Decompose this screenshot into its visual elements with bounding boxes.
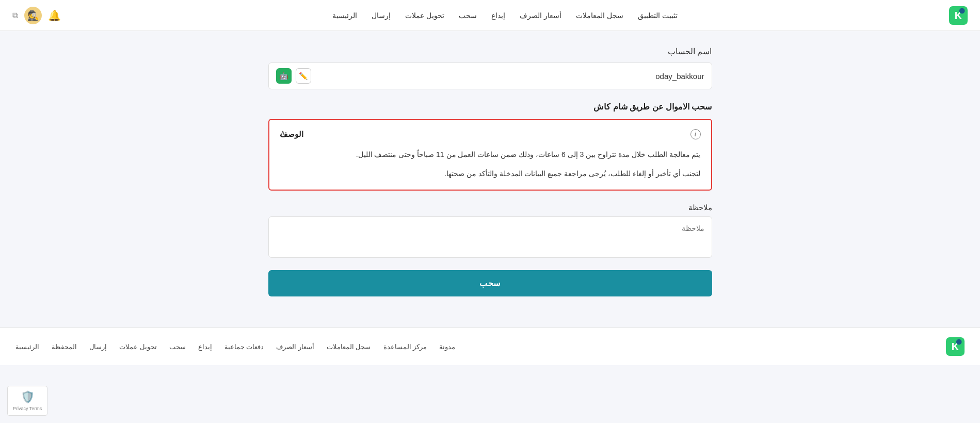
svg-point-5 [956,339,962,345]
footer-link-history[interactable]: سجل المعاملات [327,343,371,351]
avatar[interactable]: 🕵️ [24,7,42,24]
recaptcha-badge: 🛡️ Privacy Terms [7,386,47,416]
note-label: ملاحظة [268,203,712,212]
nav-send[interactable]: إرسال [372,11,391,20]
nav-withdraw[interactable]: سحب [459,11,477,20]
nav-home[interactable]: الرئيسية [332,11,357,20]
footer-link-convert[interactable]: تحويل عملات [119,343,157,351]
edit-icon-button[interactable]: ✏️ [296,68,311,84]
description-line2: لتجنب أي تأخير أو إلغاء للطلب، يُرجى مرا… [280,167,701,181]
footer-logo-icon: K [946,337,965,356]
nav-install[interactable]: تثبيت التطبيق [638,11,678,20]
description-box: ∧ i الوصف يتم معالجة الطلب خلال مدة تترا… [268,119,712,191]
chevron-up-icon[interactable]: ∧ [280,128,286,138]
nav-history[interactable]: سجل المعاملات [576,11,623,20]
info-icon[interactable]: i [690,129,701,139]
footer-logo: K [946,337,965,356]
account-value: oday_bakkour [655,72,704,81]
footer-link-withdraw[interactable]: سحب [169,343,186,351]
description-text: يتم معالجة الطلب خلال مدة تتراوح بين 3 إ… [280,148,701,180]
recaptcha-logo: 🛡️ [21,390,35,404]
nav-convert[interactable]: تحويل عملات [405,11,444,20]
footer-link-deposit[interactable]: إيداع [198,343,212,351]
note-input[interactable] [268,216,712,258]
description-line1: يتم معالجة الطلب خلال مدة تتراوح بين 3 إ… [280,148,701,162]
footer-link-rates[interactable]: أسعار الصرف [276,343,314,351]
logo-icon: K [949,6,968,25]
recaptcha-privacy-link[interactable]: Privacy [13,406,28,411]
account-icons: ✏️ 🤖 [276,68,311,84]
footer-link-send[interactable]: إرسال [89,343,107,351]
bell-icon[interactable]: 🔔 [48,9,61,22]
header-user-area: 🔔 🕵️ ⧉ [12,7,61,24]
header-nav: تثبيت التطبيق سجل المعاملات أسعار الصرف … [332,11,678,20]
account-name-row: oday_bakkour ✏️ 🤖 [268,62,712,89]
footer-link-wallet[interactable]: المحفظة [52,343,77,351]
section-heading: سحب الاموال عن طريق شام كاش [268,102,712,112]
svg-point-2 [959,8,965,13]
footer-link-blog[interactable]: مدونة [439,343,455,351]
bot-icon-button[interactable]: 🤖 [276,68,292,84]
copy-icon[interactable]: ⧉ [12,11,18,20]
header-logo-area: K [949,6,968,25]
description-header: i الوصف [280,129,701,139]
footer: K مدونة مركز المساعدة سجل المعاملات أسعا… [0,327,980,365]
footer-link-help[interactable]: مركز المساعدة [383,343,427,351]
main-content: اسم الحساب oday_bakkour ✏️ 🤖 سحب الاموال… [258,31,722,327]
footer-nav: مدونة مركز المساعدة سجل المعاملات أسعار … [15,343,455,351]
footer-link-home[interactable]: الرئيسية [15,343,39,351]
nav-deposit[interactable]: إيداع [491,11,505,20]
account-name-label: اسم الحساب [268,46,712,56]
withdraw-button[interactable]: سحب [268,270,712,296]
recaptcha-links: Privacy Terms [13,406,42,411]
nav-rates[interactable]: أسعار الصرف [520,11,561,20]
header: K تثبيت التطبيق سجل المعاملات أسعار الصر… [0,0,980,31]
recaptcha-terms-link[interactable]: Terms [29,406,42,411]
footer-link-bulk[interactable]: دفعات جماعية [224,343,264,351]
